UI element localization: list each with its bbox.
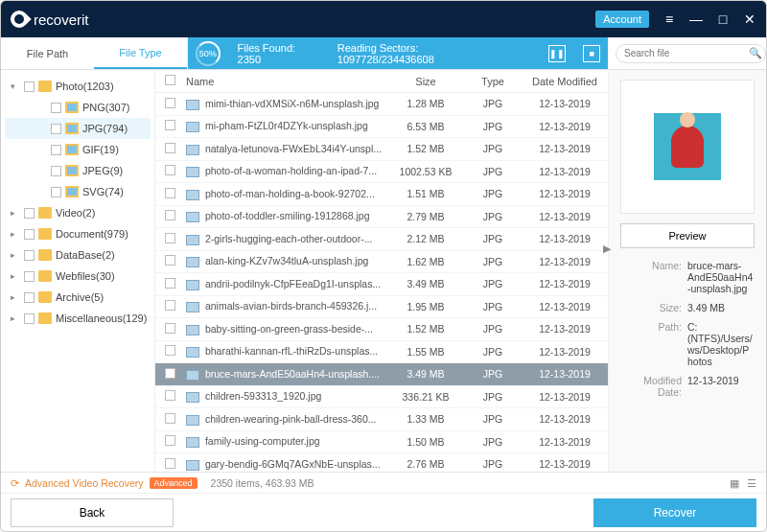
col-name[interactable]: Name xyxy=(186,76,387,87)
tree-checkbox[interactable] xyxy=(24,313,35,324)
tree-checkbox[interactable] xyxy=(51,145,61,155)
row-checkbox[interactable] xyxy=(165,435,175,446)
file-name: animals-avian-birds-branch-459326.j... xyxy=(205,300,377,312)
row-checkbox[interactable] xyxy=(165,98,175,108)
file-row[interactable]: bruce-mars-AndE50aaHn4-unsplash.... 3.49… xyxy=(155,363,608,386)
file-row[interactable]: gary-bendig-6GMq7AGxNbE-unsplas... 2.76 … xyxy=(155,453,608,472)
row-checkbox[interactable] xyxy=(165,323,175,334)
pause-icon[interactable]: ❚❚ xyxy=(548,45,566,62)
tree-checkbox[interactable] xyxy=(51,103,61,113)
file-size: 1002.53 KB xyxy=(387,166,464,177)
preview-thumbnail-box xyxy=(620,80,755,214)
tree-subitem[interactable]: JPEG(9) xyxy=(5,160,151,181)
tree-checkbox[interactable] xyxy=(24,271,35,282)
file-row[interactable]: andrii-podilnyk-CfpFEeaDg1I-unsplas... 3… xyxy=(155,273,608,296)
row-checkbox[interactable] xyxy=(165,458,175,469)
tree-checkbox[interactable] xyxy=(24,250,35,261)
advanced-video-recovery-link[interactable]: ⟳ Advanced Video Recovery Advanced xyxy=(11,477,198,489)
stop-icon[interactable]: ■ xyxy=(583,45,600,62)
row-checkbox[interactable] xyxy=(165,300,175,311)
file-date: 12-13-2019 xyxy=(522,233,608,244)
row-checkbox[interactable] xyxy=(165,143,175,153)
tab-file-type[interactable]: File Type xyxy=(94,37,187,69)
row-checkbox[interactable] xyxy=(165,390,175,401)
row-checkbox[interactable] xyxy=(165,165,175,175)
tree-label: PNG(307) xyxy=(82,102,151,113)
preview-modified-value: 12-13-2019 xyxy=(687,375,755,398)
tree-item[interactable]: ▸ Miscellaneous(129) xyxy=(5,308,151,329)
search-input[interactable] xyxy=(616,44,766,63)
scan-progress-ring: 50% xyxy=(196,41,221,66)
grid-view-icon[interactable]: ▦ xyxy=(730,477,739,489)
tree-checkbox[interactable] xyxy=(24,208,35,219)
file-size: 1.55 MB xyxy=(387,346,464,358)
select-all-checkbox[interactable] xyxy=(165,75,175,85)
file-name: bharathi-kannan-rfL-thiRzDs-unsplas... xyxy=(205,345,378,357)
tree-subitem[interactable]: JPG(794) xyxy=(5,118,151,139)
collapse-preview-icon[interactable]: ▶ xyxy=(603,243,611,255)
tree-checkbox[interactable] xyxy=(51,187,61,197)
tree-checkbox[interactable] xyxy=(24,81,35,92)
file-row[interactable]: children-wearing-pink-ball-dress-360... … xyxy=(155,408,608,431)
recover-button[interactable]: Recover xyxy=(593,498,756,527)
tree-checkbox[interactable] xyxy=(51,166,61,176)
file-size: 1.95 MB xyxy=(387,301,464,312)
folder-icon xyxy=(38,228,52,240)
tree-item[interactable]: ▸ DataBase(2) xyxy=(5,244,151,266)
tab-file-path[interactable]: File Path xyxy=(1,37,94,69)
minimize-icon[interactable]: — xyxy=(689,12,703,27)
tree-subitem[interactable]: GIF(19) xyxy=(5,139,151,160)
file-row[interactable]: mi-pham-FtZL0r4DZYk-unsplash.jpg 6.53 MB… xyxy=(155,116,608,139)
file-row[interactable]: natalya-letunova-FWxEbL34i4Y-unspl... 1.… xyxy=(155,138,608,161)
row-checkbox[interactable] xyxy=(165,120,175,130)
file-row[interactable]: 2-girls-hugging-each-other-outdoor-... 2… xyxy=(155,228,608,251)
file-row[interactable]: animals-avian-birds-branch-459326.j... 1… xyxy=(155,296,608,319)
row-checkbox[interactable] xyxy=(165,345,175,356)
row-checkbox[interactable] xyxy=(165,188,175,198)
file-row[interactable]: children-593313_1920.jpg 336.21 KB JPG 1… xyxy=(155,386,608,409)
row-checkbox[interactable] xyxy=(165,233,175,243)
file-name: alan-king-KZv7w34tluA-unsplash.jpg xyxy=(205,255,368,266)
row-checkbox[interactable] xyxy=(165,210,175,220)
back-button[interactable]: Back xyxy=(11,498,174,527)
list-view-icon[interactable]: ☰ xyxy=(747,477,756,489)
file-row[interactable]: family-using-computer.jpg 1.50 MB JPG 12… xyxy=(155,431,608,454)
col-type[interactable]: Type xyxy=(464,76,522,87)
account-button[interactable]: Account xyxy=(595,11,649,28)
tree-item[interactable]: ▸ Document(979) xyxy=(5,223,151,244)
file-type: JPG xyxy=(464,233,522,244)
menu-icon[interactable]: ≡ xyxy=(662,12,676,27)
file-row[interactable]: mimi-thian-vdXMSiX-n6M-unsplash.jpg 1.28… xyxy=(155,93,608,116)
tree-checkbox[interactable] xyxy=(24,229,35,240)
file-row[interactable]: photo-of-man-holding-a-book-92702... 1.5… xyxy=(155,183,608,206)
tree-item[interactable]: ▸ Webfiles(30) xyxy=(5,266,151,287)
file-row[interactable]: photo-of-toddler-smiling-1912868.jpg 2.7… xyxy=(155,206,608,229)
row-checkbox[interactable] xyxy=(165,255,175,266)
col-date[interactable]: Date Modified xyxy=(522,76,608,87)
tree-subitem[interactable]: SVG(74) xyxy=(5,181,151,202)
file-row[interactable]: alan-king-KZv7w34tluA-unsplash.jpg 1.62 … xyxy=(155,251,608,274)
preview-button[interactable]: Preview xyxy=(620,223,755,248)
close-icon[interactable]: ✕ xyxy=(743,12,756,27)
file-row[interactable]: baby-sitting-on-green-grass-beside-... 1… xyxy=(155,318,608,341)
tree-checkbox[interactable] xyxy=(24,292,35,303)
image-file-icon xyxy=(186,325,199,335)
tree-item[interactable]: ▸ Archive(5) xyxy=(5,287,151,308)
file-row[interactable]: photo-of-a-woman-holding-an-ipad-7... 10… xyxy=(155,161,608,184)
row-checkbox[interactable] xyxy=(165,278,175,289)
row-checkbox[interactable] xyxy=(165,413,175,424)
image-file-icon xyxy=(186,460,199,471)
tree-item[interactable]: ▾ Photo(1203) xyxy=(5,76,151,97)
col-size[interactable]: Size xyxy=(387,76,464,87)
file-row[interactable]: bharathi-kannan-rfL-thiRzDs-unsplas... 1… xyxy=(155,341,608,364)
tree-checkbox[interactable] xyxy=(51,124,61,134)
maximize-icon[interactable]: □ xyxy=(716,12,730,27)
file-type: JPG xyxy=(464,211,522,222)
file-date: 12-13-2019 xyxy=(522,301,608,312)
tree-label: Webfiles(30) xyxy=(56,270,151,282)
row-checkbox[interactable] xyxy=(165,368,175,379)
tree-label: SVG(74) xyxy=(82,186,151,197)
tree-subitem[interactable]: PNG(307) xyxy=(5,97,151,118)
file-size: 1.52 MB xyxy=(387,323,464,335)
tree-item[interactable]: ▸ Video(2) xyxy=(5,202,151,223)
